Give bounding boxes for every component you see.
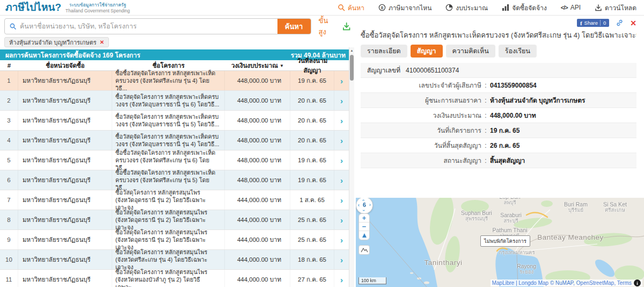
- table-row[interactable]: 8 มหาวิทยาลัยราชภัฏธนบุรี ซื้อวัสดุจัดโค…: [0, 210, 354, 230]
- row-date: 20 ก.ค. 65: [290, 131, 334, 150]
- row-project: ซื้อวัสดุจัดโครงการ หลักสูตรเพาะเห็ดครบว…: [112, 91, 225, 110]
- search-button[interactable]: ค้นหา: [277, 18, 311, 34]
- row-chevron-icon[interactable]: ›: [334, 230, 349, 249]
- field-value: 0413559000854: [490, 82, 537, 89]
- coin-icon: ฿: [378, 4, 386, 11]
- advanced-search-link[interactable]: ขั้นสูง: [319, 15, 335, 38]
- row-amount: 448,000.00 บาท: [225, 131, 290, 150]
- row-amount: 448,000.00 บาท: [225, 91, 290, 110]
- filter-chip[interactable]: ห้างหุ้นส่วนจำกัด บุญทวีการเกษตร ✕: [4, 37, 109, 47]
- table-row[interactable]: 11 มหาวิทยาลัยราชภัฏธนบุรี ซื้อวัสดุจัดโ…: [0, 270, 354, 287]
- row-amount: 444,000.00 บาท: [225, 190, 290, 210]
- chip-close-icon[interactable]: ✕: [100, 39, 104, 45]
- nav-item-budget[interactable]: งบประมาณ: [445, 3, 488, 13]
- row-amount: 444,000.00 บาท: [225, 230, 290, 249]
- main-nav: ค้นหา ฿ ภาษีมาจากไหน งบประมาณ จัดซื้อจัด…: [338, 3, 636, 13]
- table-scrollbar[interactable]: ▲: [349, 47, 354, 287]
- table-row[interactable]: 3 มหาวิทยาลัยราชภัฏธนบุรี ซื้อวัสดุจัดโค…: [0, 111, 354, 131]
- row-date: 19 ก.ค. 65: [290, 150, 334, 170]
- tab-details[interactable]: รายละเอียด: [361, 45, 407, 58]
- tab-contract[interactable]: สัญญา: [411, 45, 443, 58]
- contract-field-row: ผู้ชนะการเสนอราคา : ห้างหุ้นส่วนจำกัด บุ…: [361, 93, 636, 108]
- field-label: วงเงินงบประมาณ: [361, 110, 481, 120]
- row-amount: 448,000.00 บาท: [225, 111, 290, 130]
- table-row[interactable]: 10 มหาวิทยาลัยราชภัฏธนบุรี ซื้อวัสดุจัดโ…: [0, 250, 354, 270]
- nav-item-api[interactable]: </> API: [561, 4, 581, 11]
- field-label: เลขประจำตัวผู้เสียภาษี: [361, 80, 481, 90]
- tab-comments[interactable]: ความคิดเห็น: [446, 45, 495, 58]
- row-date: 25 ก.ค. 65: [290, 230, 334, 249]
- scrollbar-up-icon[interactable]: ▲: [349, 47, 354, 52]
- row-project: ซื้อซื้อวัสดุจัดโครงการ หลักสูตรเพาะเห็ด…: [112, 170, 225, 190]
- nav-label: ค้นหา: [348, 3, 364, 13]
- sort-desc-icon: ▼: [280, 63, 284, 68]
- row-number: 2: [0, 91, 18, 110]
- table-row[interactable]: 6 มหาวิทยาลัยราชภัฏธนบุรี ซื้อซื้อวัสดุจ…: [0, 170, 354, 190]
- bar-chart-icon: [502, 4, 509, 11]
- row-chevron-icon[interactable]: ›: [334, 270, 349, 287]
- zoom-out-button[interactable]: −: [359, 223, 369, 231]
- compass-needle-icon: [362, 233, 367, 238]
- row-date: 25 ก.ค. 65: [290, 210, 334, 229]
- row-chevron-icon[interactable]: ›: [334, 150, 349, 170]
- col-header-amount[interactable]: วงเงินงบประมาณ ▼: [225, 61, 290, 70]
- row-project: ซื้อวัสดุจัดโครงการ หลักสูตรสมุนไพร (จัง…: [112, 210, 225, 229]
- table-row[interactable]: 9 มหาวิทยาลัยราชภัฏธนบุรี ซื้อวัสดุจัดโค…: [0, 230, 354, 250]
- map-canvas[interactable]: Lop Buriลพบุรี Suphan Buriสุพรรณบุรี Sar…: [356, 198, 644, 287]
- attribution-links[interactable]: MapLibre | Longdo Map © NuMAP, OpenStree…: [492, 280, 632, 286]
- field-label: สถานะสัญญา: [361, 155, 481, 166]
- col-header-project[interactable]: ชื่อโครงการ: [112, 61, 225, 70]
- row-chevron-icon[interactable]: ›: [334, 131, 349, 150]
- copy-link-icon[interactable]: [616, 19, 624, 27]
- row-number: 1: [0, 71, 18, 90]
- row-project: ซื้อวัสดุจัดโครงการ หลักสูตรสมุนไพร (จัง…: [112, 230, 225, 249]
- row-chevron-icon[interactable]: ›: [334, 190, 349, 210]
- pan-down-icon[interactable]: ›: [361, 210, 366, 211]
- nav-item-tax-source[interactable]: ฿ ภาษีมาจากไหน: [378, 3, 431, 13]
- field-label: ผู้ชนะการเสนอราคา: [361, 95, 481, 105]
- facebook-share-button[interactable]: f Share 0: [577, 19, 609, 27]
- table-row[interactable]: 5 มหาวิทยาลัยราชภัฏธนบุรี ซื้อซื้อวัสดุจ…: [0, 150, 354, 170]
- export-download-icon[interactable]: [342, 21, 351, 31]
- top-header: ภาษีไปไหน? ระบบข้อมูลการใช้จ่ายภาครัฐ Th…: [0, 0, 644, 16]
- results-table-body: 1 มหาวิทยาลัยราชภัฏธนบุรี ซื้อซื้อวัสดุจ…: [0, 71, 354, 287]
- table-row[interactable]: 1 มหาวิทยาลัยราชภัฏธนบุรี ซื้อซื้อวัสดุจ…: [0, 71, 354, 91]
- nav-item-download[interactable]: ดาวน์โหลด: [595, 3, 636, 13]
- row-amount: 444,000.00 บาท: [225, 210, 290, 229]
- terrain-toggle-button[interactable]: [358, 245, 370, 255]
- row-chevron-icon[interactable]: ›: [334, 210, 349, 229]
- pan-up-icon[interactable]: ›: [361, 199, 366, 201]
- row-date: 19 ก.ค. 65: [290, 71, 334, 90]
- compass-reset-button[interactable]: [359, 231, 369, 240]
- row-number: 7: [0, 190, 18, 210]
- row-chevron-icon[interactable]: ›: [334, 170, 349, 190]
- scrollbar-thumb[interactable]: [350, 55, 354, 81]
- row-chevron-icon[interactable]: ›: [334, 111, 349, 130]
- table-row[interactable]: 7 มหาวิทยาลัยราชภัฏธนบุรี ซื้อวัสดุโครงก…: [0, 190, 354, 210]
- close-icon[interactable]: ✕: [630, 19, 636, 27]
- search-input[interactable]: [20, 19, 277, 34]
- zoom-in-button[interactable]: +: [359, 214, 369, 223]
- tab-complaints[interactable]: ร้องเรียน: [499, 45, 537, 58]
- row-date: 19 ก.ค. 65: [290, 170, 334, 190]
- table-row[interactable]: 4 มหาวิทยาลัยราชภัฏธนบุรี ซื้อวัสดุจัดโค…: [0, 131, 354, 150]
- row-chevron-icon[interactable]: ›: [334, 91, 349, 110]
- row-chevron-icon[interactable]: ›: [334, 71, 349, 90]
- svg-text:฿: ฿: [380, 5, 383, 10]
- row-number: 6: [0, 170, 18, 190]
- table-row[interactable]: 2 มหาวิทยาลัยราชภัฏธนบุรี ซื้อวัสดุจัดโค…: [0, 91, 354, 111]
- contract-number-value: 410000651100374: [406, 67, 459, 74]
- col-header-agency[interactable]: ชื่อหน่วยจัดซื้อ: [18, 61, 112, 70]
- row-amount: 448,000.00 บาท: [225, 150, 290, 170]
- row-chevron-icon[interactable]: ›: [334, 250, 349, 269]
- nav-label: ดาวน์โหลด: [605, 3, 636, 13]
- nav-label: ภาษีมาจากไหน: [389, 3, 431, 13]
- subtitle-en: Thailand Government Spending: [65, 8, 130, 14]
- nav-item-procurement[interactable]: จัดซื้อจัดจ้าง: [502, 3, 547, 13]
- share-count: 0: [600, 20, 606, 26]
- nav-item-search[interactable]: ค้นหา: [338, 3, 364, 13]
- results-count: ผลการค้นหาโครงการจัดซื้อจัดจ้าง 169 โครง…: [5, 50, 140, 60]
- info-icon[interactable]: i: [634, 279, 641, 286]
- row-project: ซื้อวัสดุจัดโครงการ หลักสูตรสมุนไพร (จัง…: [112, 270, 225, 287]
- app-logo[interactable]: ภาษีไปไหน?: [5, 1, 61, 15]
